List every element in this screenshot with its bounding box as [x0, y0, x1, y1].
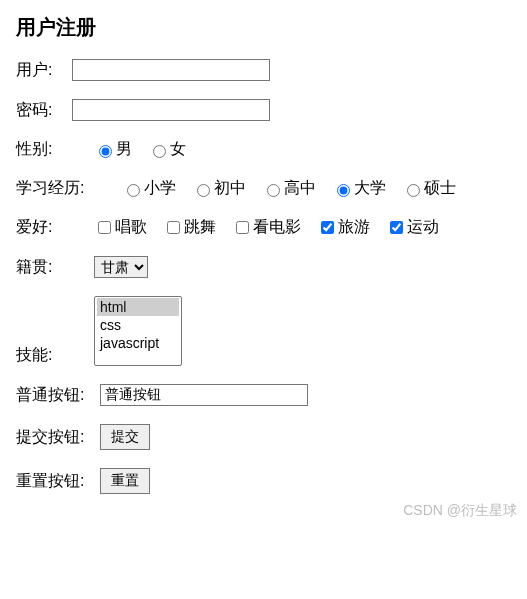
radio-female-input[interactable] — [153, 145, 166, 158]
check-travel-input[interactable] — [321, 221, 334, 234]
row-origin: 籍贯: 甘肃 — [16, 256, 511, 278]
check-sport[interactable]: 运动 — [386, 217, 439, 238]
radio-male-label: 男 — [116, 139, 132, 160]
radio-primary-label: 小学 — [144, 178, 176, 199]
radio-university-label: 大学 — [354, 178, 386, 199]
reset-button[interactable]: 重置 — [100, 468, 150, 494]
radio-junior[interactable]: 初中 — [192, 178, 246, 199]
check-dance-input[interactable] — [167, 221, 180, 234]
check-travel[interactable]: 旅游 — [317, 217, 370, 238]
label-submit-button: 提交按钮: — [16, 427, 92, 448]
check-sing[interactable]: 唱歌 — [94, 217, 147, 238]
check-dance[interactable]: 跳舞 — [163, 217, 216, 238]
origin-select[interactable]: 甘肃 — [94, 256, 148, 278]
radio-junior-input[interactable] — [197, 184, 210, 197]
normal-button-input[interactable] — [100, 384, 308, 406]
check-travel-label: 旅游 — [338, 217, 370, 238]
check-movie-label: 看电影 — [253, 217, 301, 238]
radio-female-label: 女 — [170, 139, 186, 160]
check-sing-label: 唱歌 — [115, 217, 147, 238]
radio-senior-label: 高中 — [284, 178, 316, 199]
radio-university[interactable]: 大学 — [332, 178, 386, 199]
page-title: 用户注册 — [16, 14, 511, 41]
row-password: 密码: — [16, 99, 511, 121]
row-hobby: 爱好: 唱歌 跳舞 看电影 旅游 运动 — [16, 217, 511, 238]
radio-master[interactable]: 硕士 — [402, 178, 456, 199]
password-input[interactable] — [72, 99, 270, 121]
row-user: 用户: — [16, 59, 511, 81]
check-sport-label: 运动 — [407, 217, 439, 238]
label-reset-button: 重置按钮: — [16, 471, 92, 492]
user-input[interactable] — [72, 59, 270, 81]
skills-option-js[interactable]: javascript — [97, 334, 179, 352]
watermark: CSDN @衍生星球 — [403, 502, 517, 520]
skills-select[interactable]: html css javascript — [94, 296, 182, 366]
row-submit-button: 提交按钮: 提交 — [16, 424, 511, 450]
label-gender: 性别: — [16, 139, 64, 160]
radio-university-input[interactable] — [337, 184, 350, 197]
radio-senior-input[interactable] — [267, 184, 280, 197]
radio-junior-label: 初中 — [214, 178, 246, 199]
check-movie[interactable]: 看电影 — [232, 217, 301, 238]
row-reset-button: 重置按钮: 重置 — [16, 468, 511, 494]
row-education: 学习经历: 小学 初中 高中 大学 硕士 — [16, 178, 511, 199]
label-origin: 籍贯: — [16, 257, 64, 278]
submit-button[interactable]: 提交 — [100, 424, 150, 450]
check-dance-label: 跳舞 — [184, 217, 216, 238]
radio-senior[interactable]: 高中 — [262, 178, 316, 199]
label-normal-button: 普通按钮: — [16, 385, 92, 406]
radio-master-input[interactable] — [407, 184, 420, 197]
label-user: 用户: — [16, 60, 64, 81]
label-password: 密码: — [16, 100, 64, 121]
label-skills: 技能: — [16, 345, 64, 366]
radio-primary-input[interactable] — [127, 184, 140, 197]
radio-female[interactable]: 女 — [148, 139, 186, 160]
radio-master-label: 硕士 — [424, 178, 456, 199]
check-sport-input[interactable] — [390, 221, 403, 234]
row-skills: 技能: html css javascript — [16, 296, 511, 366]
skills-option-css[interactable]: css — [97, 316, 179, 334]
radio-male[interactable]: 男 — [94, 139, 132, 160]
check-sing-input[interactable] — [98, 221, 111, 234]
check-movie-input[interactable] — [236, 221, 249, 234]
radio-primary[interactable]: 小学 — [122, 178, 176, 199]
row-gender: 性别: 男 女 — [16, 139, 511, 160]
row-normal-button: 普通按钮: — [16, 384, 511, 406]
skills-option-html[interactable]: html — [97, 298, 179, 316]
label-hobby: 爱好: — [16, 217, 64, 238]
label-education: 学习经历: — [16, 178, 92, 199]
radio-male-input[interactable] — [99, 145, 112, 158]
